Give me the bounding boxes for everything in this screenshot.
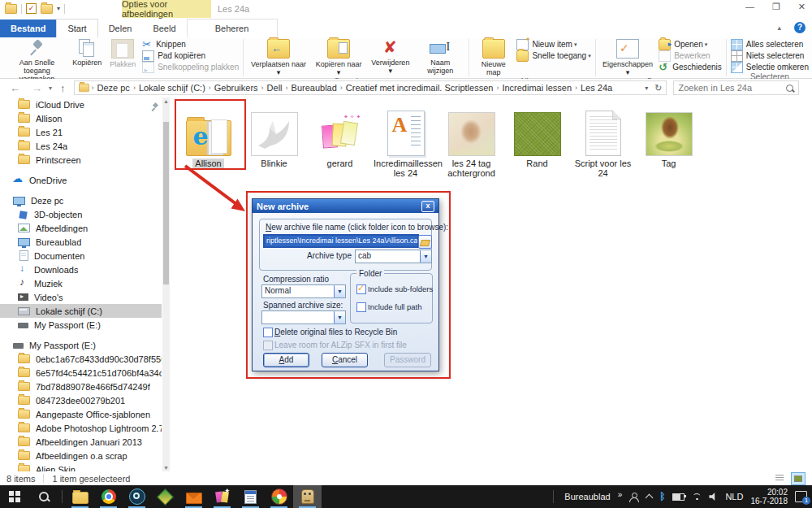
sidebar-item-deze-pc[interactable]: Deze pc <box>0 193 162 207</box>
tab-beeld[interactable]: Beeld <box>142 20 186 37</box>
sidebar-item-afbeeldingen[interactable]: Afbeeldingen <box>0 221 162 235</box>
sidebar-item-documenten[interactable]: Documenten <box>0 249 162 263</box>
properties-check-icon[interactable]: ✓ <box>26 3 37 14</box>
scroll-up-icon[interactable]: ▲ <box>162 98 170 104</box>
breadcrumb-segment[interactable]: Gebruikers <box>213 83 260 93</box>
clock[interactable]: 20:02 16-7-2018 <box>750 488 788 506</box>
sidebar-item-printscreen[interactable]: Printscreen <box>0 153 162 167</box>
taskbar-app-file-explorer[interactable] <box>66 485 94 508</box>
breadcrumb-segment[interactable]: Dell <box>266 83 284 93</box>
search-icon[interactable] <box>786 85 793 92</box>
taskbar-app-incredimail-diamond[interactable] <box>151 485 179 508</box>
cancel-button[interactable]: Cancel <box>322 353 368 367</box>
minimize-button[interactable]: — <box>745 2 754 12</box>
ribbon-item-selectie-omkeren[interactable]: Selectie omkeren <box>729 62 810 72</box>
filename-input[interactable]: riptlessen\Incredimai lessen\Les 24a\All… <box>263 234 419 248</box>
taskbar-app-incredimail-creator[interactable] <box>208 485 236 508</box>
archive-type-select[interactable]: cab ▼ <box>355 250 432 263</box>
ribbon-item-nieuw-item[interactable]: Nieuw item▾ <box>515 39 592 50</box>
refresh-icon[interactable]: ↻ <box>654 83 662 93</box>
dialog-titlebar[interactable]: New archive x <box>253 199 438 213</box>
sidebar-item-onedrive[interactable]: OneDrive <box>0 173 162 187</box>
dialog-close-icon[interactable]: x <box>421 201 434 212</box>
delete-original-checkbox[interactable] <box>263 328 273 337</box>
collapse-ribbon-icon[interactable]: ▴ <box>777 24 781 32</box>
close-button[interactable]: ✕ <box>798 2 806 12</box>
sidebar-item-3d-objecten[interactable]: 3D-objecten <box>0 207 162 221</box>
browse-folder-icon[interactable] <box>418 235 432 249</box>
taskbar-app-notes-app[interactable] <box>236 485 265 508</box>
sidebar-item-7bd78d89078e466f5d74249f[interactable]: 7bd78d89078e466f5d74249f <box>0 380 162 393</box>
ribbon-item-knippen[interactable]: Knippen <box>140 39 240 50</box>
sidebar-item-downloads[interactable]: Downloads <box>0 263 162 276</box>
back-icon[interactable]: ← <box>10 82 20 94</box>
tab-bestand[interactable]: Bestand <box>0 20 56 37</box>
tab-start[interactable]: Start <box>56 19 97 37</box>
breadcrumb-segment[interactable]: Les 24a <box>579 83 614 93</box>
sidebar-item-6e57fd4c54421c51d706bf4a34c586[interactable]: 6e57fd4c54421c51d706bf4a34c586 <box>0 366 162 380</box>
desktop-toolbar-label[interactable]: Bureaublad <box>564 492 610 501</box>
ribbon-item-alles-selecteren[interactable]: Alles selecteren <box>729 39 810 50</box>
sidebar-item-bureaublad[interactable]: Bureaublad <box>0 235 162 249</box>
customize-quick-access-icon[interactable]: ▾ <box>57 5 60 12</box>
address-dropdown-icon[interactable]: ▾ <box>645 85 648 92</box>
volume-icon[interactable] <box>709 493 718 501</box>
include-subfolders-checkbox[interactable] <box>356 284 366 294</box>
language-indicator[interactable]: NLD <box>725 492 743 501</box>
thumbnails-view-icon[interactable] <box>791 472 806 485</box>
toolbar-chevron[interactable]: » <box>618 490 623 499</box>
quick-access-folder-icon[interactable] <box>5 4 17 14</box>
ribbon-item-verwijderen[interactable]: Verwijderen ▾ <box>366 38 414 76</box>
file-item-rand[interactable]: Rand <box>504 101 570 168</box>
ribbon-item-naam-wijzigen[interactable]: Naam wijzigen <box>414 38 465 76</box>
sidebar-item-afbeeldingen-januari-2013[interactable]: Afbeeldingen Januari 2013 <box>0 435 162 449</box>
up-icon[interactable]: ↑ <box>60 82 66 94</box>
spanned-size-select[interactable]: ▼ <box>261 310 346 324</box>
dropdown-arrow-icon[interactable]: ▼ <box>334 311 345 323</box>
ribbon-item-openen[interactable]: Openen▾ <box>657 39 723 50</box>
file-item-script-voor-les-24[interactable]: Script voor les 24 <box>570 101 636 178</box>
ribbon-item-geschiedenis[interactable]: Geschiedenis <box>657 62 723 72</box>
taskbar-app-alzip[interactable] <box>293 485 322 508</box>
file-item-gerard[interactable]: gerard <box>307 101 373 168</box>
ribbon-item-kopi-ren-naar[interactable]: Kopiëren naar ▾ <box>311 38 366 77</box>
breadcrumb-segment[interactable]: Incredimai lessen <box>500 83 573 93</box>
sidebar-item-0ebc1a67c8433dd90c30d78f550973[interactable]: 0ebc1a67c8433dd90c30d78f550973 <box>0 352 162 366</box>
sidebar-item-allison[interactable]: Allison <box>0 111 162 125</box>
sidebar-item-lokale-schijf-c[interactable]: Lokale schijf (C:) <box>0 304 162 318</box>
ribbon-item-niets-selecteren[interactable]: Niets selecteren <box>729 50 810 61</box>
recent-locations-icon[interactable]: ▾ <box>49 85 52 92</box>
tab-delen[interactable]: Delen <box>98 20 143 37</box>
sidebar-item-084723dee00279b201[interactable]: 084723dee00279b201 <box>0 393 162 407</box>
forward-icon[interactable]: → <box>32 82 42 94</box>
maximize-button[interactable]: ❐ <box>772 2 780 12</box>
ribbon-item-verplaatsen-naar[interactable]: Verplaatsen naar ▾ <box>246 38 311 77</box>
tab-beheren[interactable]: Beheren <box>187 19 278 37</box>
sidebar-item-aangepaste-office-sjablonen[interactable]: Aangepaste Office-sjablonen <box>0 407 162 421</box>
sidebar-item-my-passport-e[interactable]: My Passport (E:) <box>0 318 162 332</box>
show-hidden-icons-icon[interactable] <box>646 494 654 502</box>
start-button[interactable] <box>0 485 29 508</box>
sidebar-item-adobe-photoshop-lightroom-2-7[interactable]: Adobe Photoshop Lightroom 2.7 <box>0 421 162 435</box>
file-item-blinkie[interactable]: Blinkie <box>241 101 307 168</box>
bluetooth-icon[interactable]: ᛒ <box>659 491 665 502</box>
dropdown-arrow-icon[interactable]: ▼ <box>420 250 431 263</box>
sidebar-item-alien-skin[interactable]: Alien Skin <box>0 462 162 471</box>
sidebar-item-icloud-drive[interactable]: iCloud Drive <box>0 98 162 111</box>
search-box[interactable]: Zoeken in Les 24a <box>673 80 799 95</box>
taskbar-app-camera-app[interactable] <box>123 485 151 508</box>
ribbon-item-pad-kopi-ren[interactable]: Pad kopiëren <box>140 50 240 61</box>
people-icon[interactable] <box>629 493 639 501</box>
scroll-down-icon[interactable]: ▼ <box>162 465 170 471</box>
sidebar-item-afbeeldingen-o-a-scrap[interactable]: Afbeeldingen o.a scrap <box>0 449 162 462</box>
file-item-incredimaillessen-les-24[interactable]: Incredimaillessen les 24 <box>373 101 438 178</box>
breadcrumb-segment[interactable]: Bureaublad <box>290 83 339 93</box>
sidebar-item-my-passport-e[interactable]: My Passport (E:) <box>0 338 162 352</box>
taskbar-app-chrome[interactable] <box>94 485 123 508</box>
sidebar-item-muziek[interactable]: Muziek <box>0 276 162 290</box>
file-item-les-24-tag-achtergrond[interactable]: les 24 tag achtergrond <box>438 101 504 178</box>
file-item-tag[interactable]: Tag <box>636 101 702 168</box>
breadcrumb-segment[interactable]: Creatief met incredimail. Scriptlessen <box>344 83 495 93</box>
ribbon-item-nieuwe-map[interactable]: Nieuwe map <box>472 38 516 77</box>
sidebar-item-video-s[interactable]: Video's <box>0 290 162 304</box>
